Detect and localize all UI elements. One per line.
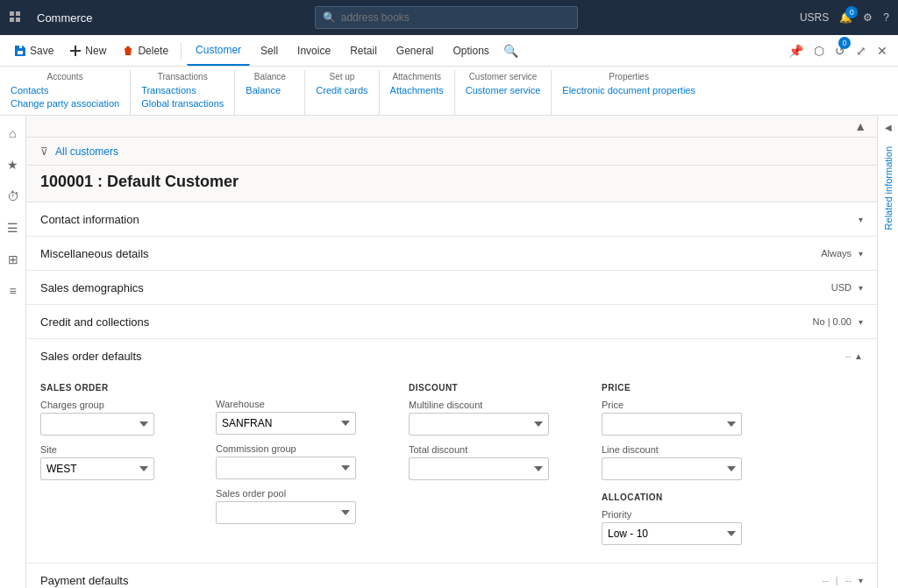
attachments-link[interactable]: Attachments	[390, 85, 444, 96]
accordion-header-credit[interactable]: Credit and collections No | 0.00 ▾	[26, 305, 877, 338]
refresh-button[interactable]: 0↺	[831, 40, 849, 61]
price-select[interactable]	[602, 413, 742, 436]
total-discount-select[interactable]	[409, 457, 549, 480]
office-button[interactable]: ⬡	[810, 40, 828, 61]
sidebar-star-icon[interactable]: ★	[4, 154, 22, 175]
charges-group-select[interactable]	[40, 413, 154, 436]
contacts-link[interactable]: Contacts	[11, 85, 119, 96]
accordion-title-sales-order: Sales order defaults	[40, 350, 845, 363]
site-select[interactable]: WEST	[40, 457, 154, 480]
accordion-header-contact[interactable]: Contact information ▾	[26, 202, 877, 236]
top-bar-actions: USRS 🔔 0 ⚙ ?	[800, 11, 889, 24]
electronic-doc-link[interactable]: Electronic document properties	[562, 85, 695, 96]
accordion-title-contact: Contact information	[40, 213, 859, 226]
accordion-header-payment[interactable]: Payment defaults -- | -- ▾	[26, 563, 877, 588]
search-bar[interactable]: 🔍	[315, 6, 578, 29]
ribbon-group-accounts: Accounts Contacts Change party associati…	[7, 70, 131, 115]
multiline-discount-label: Multiline discount	[409, 400, 584, 410]
app-name: Commerce	[37, 11, 93, 25]
section-contact-information: Contact information ▾	[26, 202, 877, 237]
sales-order-col4: Price Price Line discount	[602, 383, 777, 545]
tab-customer[interactable]: Customer	[187, 35, 250, 66]
line-discount-field: Line discount	[602, 444, 777, 480]
search-input[interactable]	[341, 11, 570, 24]
search-ribbon-icon[interactable]: 🔍	[503, 44, 518, 58]
accordion-header-sales-order[interactable]: Sales order defaults -- ▲	[26, 339, 877, 372]
accordion-header-misc[interactable]: Miscellaneous details Always ▾	[26, 237, 877, 270]
accordion-title-sales-demo: Sales demographics	[40, 281, 831, 294]
badge-count: 0	[838, 37, 851, 49]
tab-invoice[interactable]: Invoice	[289, 35, 339, 66]
sales-order-subgroup-title: SALES ORDER	[40, 383, 198, 393]
delete-button[interactable]: Delete	[115, 41, 175, 60]
site-label: Site	[40, 444, 198, 455]
payment-dashes2: |	[836, 575, 838, 585]
commission-group-select[interactable]	[216, 457, 356, 479]
sales-demo-chevron: ▾	[859, 283, 863, 293]
accounts-group-items: Contacts Change party association	[11, 85, 119, 109]
settings-icon[interactable]: ⚙	[863, 11, 873, 24]
allocation-subgroup-title: ALLOCATION	[602, 492, 777, 502]
sidebar-menu-icon[interactable]: ≡	[5, 280, 19, 301]
notification-bell[interactable]: 🔔 0	[839, 11, 852, 24]
breadcrumb-link[interactable]: All customers	[55, 145, 118, 158]
accordion-title-misc: Miscellaneous details	[40, 247, 821, 260]
sales-order-col1: SALES ORDER Charges group Site WEST	[40, 383, 198, 480]
contact-chevron: ▾	[859, 215, 863, 224]
accordion-header-sales-demo[interactable]: Sales demographics USD ▾	[26, 271, 877, 304]
multiline-discount-select[interactable]	[409, 413, 549, 436]
right-panel-expand-arrow[interactable]: ◀	[885, 123, 892, 132]
main-layout: ⌂ ★ ⏱ ☰ ⊞ ≡ ▲ ⊽ All customers 100001 : D…	[0, 116, 898, 588]
balance-link[interactable]: Balance	[246, 85, 294, 96]
price-subgroup-title: Price	[602, 383, 777, 393]
balance-group-title: Balance	[246, 72, 294, 81]
multiline-discount-field: Multiline discount	[409, 400, 584, 436]
new-button[interactable]: New	[62, 41, 113, 60]
line-discount-select[interactable]	[602, 457, 742, 480]
change-party-link[interactable]: Change party association	[11, 98, 119, 109]
sidebar-grid-icon[interactable]: ⊞	[4, 249, 22, 270]
charges-group-field: Charges group	[40, 400, 198, 436]
help-icon[interactable]: ?	[883, 11, 889, 24]
restore-button[interactable]: ⤢	[852, 40, 870, 61]
svg-rect-2	[10, 18, 14, 22]
customer-service-link[interactable]: Customer service	[466, 85, 541, 96]
ribbon-group-balance: Balance Balance	[235, 70, 305, 115]
commission-group-label: Commission group	[216, 443, 391, 454]
sidebar-clock-icon[interactable]: ⏱	[4, 186, 23, 207]
credit-chevron: ▾	[859, 317, 863, 327]
filter-bar: ⊽ All customers	[26, 138, 877, 166]
right-panel-label[interactable]: Related information	[883, 146, 894, 230]
tab-options[interactable]: Options	[445, 35, 498, 66]
close-button[interactable]: ✕	[873, 40, 891, 61]
grid-icon[interactable]	[9, 11, 23, 25]
sales-order-pool-select[interactable]	[216, 501, 356, 524]
ribbon-group-transactions: Transactions Transactions Global transac…	[131, 70, 235, 115]
save-button[interactable]: Save	[7, 41, 61, 60]
tab-sell[interactable]: Sell	[252, 35, 287, 66]
priority-select[interactable]: Low - 10 Medium - 5 High - 1	[602, 522, 742, 545]
credit-cards-link[interactable]: Credit cards	[316, 85, 367, 96]
sidebar-list-icon[interactable]: ☰	[4, 217, 22, 238]
warehouse-select[interactable]: SANFRAN	[216, 412, 356, 435]
charges-group-label: Charges group	[40, 400, 198, 410]
setup-group-title: Set up	[316, 72, 367, 81]
tab-retail[interactable]: Retail	[341, 35, 386, 66]
section-misc-details: Miscellaneous details Always ▾	[26, 237, 877, 271]
ribbon-group-attachments: Attachments Attachments	[380, 70, 455, 115]
total-discount-field: Total discount	[409, 444, 584, 480]
filter-icon[interactable]: ⊽	[40, 145, 48, 158]
transactions-link[interactable]: Transactions	[141, 85, 224, 96]
pin-button[interactable]: 📌	[785, 40, 807, 61]
section-sales-order-defaults: Sales order defaults -- ▲ SALES ORDER Ch…	[26, 339, 877, 563]
discount-subgroup-title: DISCOUNT	[409, 383, 584, 393]
sales-order-col3: DISCOUNT Multiline discount Total discou…	[409, 383, 584, 480]
sidebar-home-icon[interactable]: ⌂	[5, 123, 19, 144]
global-transactions-link[interactable]: Global transactions	[141, 98, 224, 109]
collapse-button[interactable]: ▲	[851, 117, 870, 135]
right-panel[interactable]: ◀ Related information	[877, 116, 898, 588]
tab-general[interactable]: General	[388, 35, 443, 66]
section-credit-collections: Credit and collections No | 0.00 ▾	[26, 305, 877, 339]
left-sidebar: ⌂ ★ ⏱ ☰ ⊞ ≡	[0, 116, 26, 588]
ribbon-group-setup: Set up Credit cards	[305, 70, 379, 115]
